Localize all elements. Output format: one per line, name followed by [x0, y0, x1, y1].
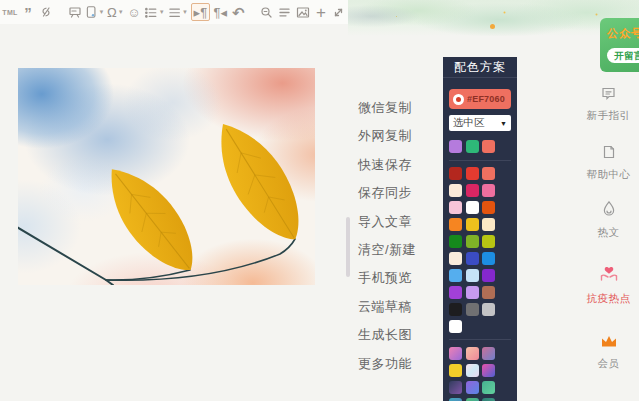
menu-item-long-image[interactable]: 生成长图: [358, 328, 422, 341]
menu-item-quick-save[interactable]: 快速保存: [358, 158, 422, 171]
color-swatch[interactable]: [449, 347, 462, 360]
article-leaf-image[interactable]: [18, 68, 315, 285]
rail-item-hot-articles[interactable]: 热文: [598, 201, 620, 240]
ordered-list-icon[interactable]: ▼: [144, 3, 164, 21]
color-scheme-panel: 配色方案 #EF7060 选中区 ▼ ⌄更多配色 特色功能: [443, 57, 517, 401]
color-swatch[interactable]: [449, 218, 462, 231]
crown-icon: [599, 332, 619, 349]
special-char-icon[interactable]: Ω▼: [107, 3, 123, 21]
current-color-hex: #EF7060: [467, 94, 505, 104]
open-comments-button[interactable]: 开留言: [607, 48, 639, 63]
color-swatch[interactable]: [482, 303, 495, 316]
panel-title: 配色方案: [443, 57, 517, 78]
color-swatch[interactable]: [466, 167, 479, 180]
color-swatch[interactable]: [482, 286, 495, 299]
color-swatch[interactable]: [449, 184, 462, 197]
insert-image-icon[interactable]: [295, 3, 310, 21]
color-swatch[interactable]: [482, 167, 495, 180]
color-swatch[interactable]: [466, 140, 479, 153]
unordered-list-icon[interactable]: ▼: [168, 3, 188, 21]
color-swatch[interactable]: [449, 252, 462, 265]
color-swatch[interactable]: [466, 252, 479, 265]
color-swatch[interactable]: [449, 320, 462, 333]
color-swatch[interactable]: [449, 201, 462, 214]
color-swatch[interactable]: [482, 201, 495, 214]
color-swatch[interactable]: [482, 235, 495, 248]
editor-toolbar: TML ” ▼ Ω▼ ☺ ▼ ▼ ▸¶ ¶◂ ↶: [0, 0, 348, 24]
color-swatch[interactable]: [482, 381, 495, 394]
color-swatch[interactable]: [466, 381, 479, 394]
chevron-down-icon: ▼: [159, 9, 165, 15]
menu-item-more[interactable]: 更多功能: [358, 357, 422, 370]
scrollbar-thumb[interactable]: [346, 217, 350, 277]
guide-icon: [600, 84, 617, 101]
color-swatch[interactable]: [449, 167, 462, 180]
menu-item-save-sync[interactable]: 保存同步: [358, 186, 422, 199]
menu-item-cloud-draft[interactable]: 云端草稿: [358, 300, 422, 313]
color-swatch[interactable]: [466, 303, 479, 316]
color-swatch[interactable]: [482, 364, 495, 377]
fullscreen-icon[interactable]: [331, 3, 346, 21]
color-swatch[interactable]: [449, 140, 462, 153]
chevron-down-icon: ▼: [98, 9, 104, 15]
color-swatch[interactable]: [466, 347, 479, 360]
rail-item-guide[interactable]: 新手指引: [587, 84, 631, 123]
official-account-card[interactable]: 公众号 开留言: [600, 18, 639, 72]
region-select-value: 选中区: [453, 116, 500, 130]
region-select[interactable]: 选中区 ▼: [449, 115, 511, 131]
color-swatch[interactable]: [482, 218, 495, 231]
heart-hands-icon: [599, 267, 619, 284]
search-replace-icon[interactable]: [259, 3, 274, 21]
rail-item-epidemic-hot[interactable]: 抗疫热点: [587, 267, 631, 306]
color-swatch[interactable]: [466, 364, 479, 377]
color-swatch[interactable]: [482, 184, 495, 197]
color-swatch[interactable]: [482, 269, 495, 282]
outdent-first-line-icon[interactable]: ¶◂: [213, 3, 228, 21]
color-swatch[interactable]: [482, 140, 495, 153]
paragraph-lines-icon[interactable]: [277, 3, 292, 21]
color-swatch[interactable]: [466, 235, 479, 248]
right-rail: 新手指引 帮助中心 热文 抗疫热点: [578, 84, 639, 371]
scheme-swatch-row: [449, 140, 511, 161]
color-swatch[interactable]: [466, 218, 479, 231]
rail-item-membership[interactable]: 会员: [598, 332, 620, 371]
color-swatch[interactable]: [466, 201, 479, 214]
indent-first-line-icon[interactable]: ▸¶: [191, 3, 210, 21]
color-swatch[interactable]: [466, 269, 479, 282]
select-arrow-icon: ▼: [500, 120, 507, 127]
menu-item-import[interactable]: 导入文章: [358, 215, 422, 228]
current-color-button[interactable]: #EF7060: [449, 89, 511, 109]
color-swatch[interactable]: [449, 235, 462, 248]
insert-plus-icon[interactable]: +: [313, 3, 328, 21]
leaves-illustration: [18, 68, 315, 285]
decorative-watercolor-band: [348, 0, 639, 36]
color-indicator-icon: [453, 94, 464, 105]
menu-item-wechat-copy[interactable]: 微信复制: [358, 101, 422, 114]
function-menu: 微信复制 外网复制 快速保存 保存同步 导入文章 清空/新建 手机预览 云端草稿…: [358, 101, 422, 385]
menu-item-clear-new[interactable]: 清空/新建: [358, 243, 422, 256]
tablet-preview-icon[interactable]: ▼: [85, 3, 104, 21]
color-swatch[interactable]: [449, 269, 462, 282]
html-source-icon[interactable]: TML: [3, 3, 18, 21]
color-swatch[interactable]: [482, 347, 495, 360]
color-swatch[interactable]: [466, 184, 479, 197]
unlink-icon[interactable]: [39, 3, 54, 21]
menu-item-phone-preview[interactable]: 手机预览: [358, 271, 422, 284]
rail-item-help-center[interactable]: 帮助中心: [587, 143, 631, 182]
chevron-down-icon: ▼: [118, 9, 124, 15]
color-swatch[interactable]: [482, 252, 495, 265]
color-swatch[interactable]: [449, 381, 462, 394]
color-swatch[interactable]: [449, 286, 462, 299]
gradient-swatch-grid: [449, 341, 511, 401]
color-swatch[interactable]: [449, 364, 462, 377]
color-swatch[interactable]: [466, 286, 479, 299]
emoticon-icon[interactable]: ☺: [126, 3, 141, 21]
color-swatch[interactable]: [449, 303, 462, 316]
quote-icon[interactable]: ”: [21, 3, 36, 21]
flame-icon: [601, 201, 617, 218]
slideshow-icon[interactable]: [67, 3, 82, 21]
undo-icon[interactable]: ↶: [231, 3, 246, 21]
menu-item-extern-copy[interactable]: 外网复制: [358, 129, 422, 142]
solid-swatch-grid: [449, 161, 511, 340]
promo-title: 公众号: [607, 26, 639, 41]
